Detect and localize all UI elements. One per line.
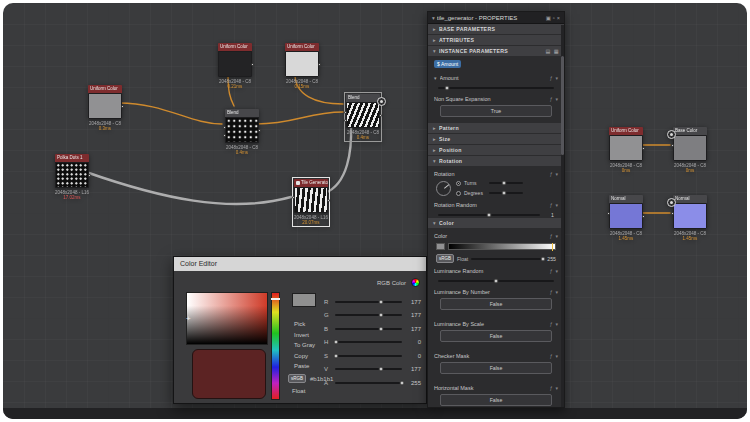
luminance-by-scale-toggle[interactable]: False [440, 330, 552, 342]
channel-row-r[interactable]: R 177 [324, 295, 421, 309]
input-pin[interactable] [223, 134, 226, 137]
wire[interactable] [256, 112, 343, 124]
node-uniform-color-1[interactable]: Uniform Color 2048x2048 - C8 0.3ms [88, 85, 122, 131]
channel-row-g[interactable]: G 177 [324, 309, 421, 323]
color-swatch[interactable] [436, 243, 445, 250]
srgb-toggle[interactable]: sRGB [288, 374, 306, 383]
param-menu-icon[interactable]: ▾ [555, 75, 558, 81]
node-normal-1[interactable]: Normal 2048x2048 - C8 1.45ms [609, 195, 643, 241]
luminance-by-number-toggle[interactable]: False [440, 298, 552, 310]
node-graph-canvas[interactable]: Uniform Color 2048x2048 - C8 0.3ms Unifo… [3, 3, 747, 419]
checker-mask-toggle[interactable]: False [440, 362, 552, 374]
section-attributes[interactable]: ▸ ATTRIBUTES [428, 35, 564, 45]
output-pin[interactable] [642, 147, 645, 150]
node-tile-generator[interactable]: Tile Generator 2048x2048 - L16 20.07ms [294, 179, 328, 225]
input-pin[interactable] [607, 212, 610, 215]
node-thumbnail[interactable] [55, 162, 89, 188]
invert-button[interactable]: Invert [294, 332, 315, 338]
section-size[interactable]: ▸ Size [428, 134, 564, 144]
radio-icon[interactable] [456, 191, 461, 196]
param-menu-icon[interactable]: ▾ [555, 321, 558, 327]
channel-value[interactable]: 177 [406, 366, 421, 372]
node-blend-1[interactable]: Blend 2048x2048 - C8 0.4ms [225, 109, 259, 155]
node-thumbnail[interactable] [88, 93, 122, 119]
rotation-dial[interactable] [436, 181, 451, 196]
radio-icon[interactable] [456, 181, 461, 186]
output-pin[interactable] [258, 129, 261, 132]
node-thumbnail[interactable] [609, 203, 643, 229]
channel-row-v[interactable]: V 177 [324, 363, 421, 377]
channel-row-s[interactable]: S 0 [324, 349, 421, 363]
node-output-basecolor[interactable]: Base Color 2048x2048 - C8 0ms [673, 127, 707, 173]
panel-titlebar[interactable]: ▾ tile_generator - PROPERTIES ▣ ▫ × [428, 12, 564, 24]
color-wheel-icon[interactable] [411, 278, 420, 287]
luminance-random-slider[interactable] [428, 278, 564, 284]
output-ring-icon[interactable] [377, 97, 386, 106]
node-thumbnail[interactable] [346, 102, 380, 128]
channel-value[interactable]: 0 [406, 353, 421, 359]
channel-value[interactable]: 177 [406, 326, 421, 332]
float-label[interactable]: Float [457, 256, 468, 262]
channel-value[interactable]: 177 [406, 312, 421, 318]
output-ring-icon[interactable] [667, 130, 676, 139]
scrollbar-thumb[interactable] [561, 56, 564, 155]
output-pin[interactable] [88, 174, 91, 177]
input-pin[interactable] [344, 119, 347, 122]
node-thumbnail[interactable] [673, 135, 707, 161]
node-thumbnail[interactable] [218, 51, 252, 77]
section-instance-parameters[interactable]: ▾ INSTANCE PARAMETERS ▤ ▦ [428, 46, 564, 56]
param-menu-icon[interactable]: ▾ [555, 171, 558, 177]
function-icon[interactable]: ƒ [550, 96, 553, 102]
pin-icon[interactable]: ▣ [546, 15, 551, 21]
output-pin[interactable] [318, 63, 321, 66]
paste-button[interactable]: Paste [294, 363, 315, 369]
wire[interactable] [119, 103, 222, 124]
node-blend-2[interactable]: Blend 2048x2048 - C8 0.4ms [346, 94, 380, 140]
node-thumbnail[interactable] [673, 203, 707, 229]
color-editor-titlebar[interactable]: Color Editor [174, 257, 426, 271]
close-icon[interactable]: × [557, 15, 560, 21]
channel-row-a[interactable]: A 255 [324, 376, 421, 390]
channel-row-h[interactable]: H 0 [324, 336, 421, 350]
dock-icon[interactable]: ▫ [553, 15, 555, 21]
function-icon[interactable]: ƒ [550, 75, 553, 81]
non-square-expansion-toggle[interactable]: True [440, 105, 552, 117]
node-thumbnail[interactable] [285, 51, 319, 77]
function-icon[interactable]: ƒ [550, 289, 553, 295]
turns-option[interactable]: Turns [456, 180, 556, 186]
node-polka-dots[interactable]: Polka Dots 1 2048x2048 - L16 17.02ms [55, 154, 89, 200]
node-uniform-color-3[interactable]: Uniform Color 2048x2048 - C8 0.15ms [285, 43, 319, 89]
node-output-normal[interactable]: Normal 2048x2048 - C8 1.45ms [673, 195, 707, 241]
section-rotation[interactable]: ▾ Rotation [428, 156, 564, 166]
output-pin[interactable] [121, 105, 124, 108]
param-menu-icon[interactable]: ▾ [555, 96, 558, 102]
saturation-value-picker[interactable]: + [186, 292, 268, 345]
degrees-option[interactable]: Degrees [456, 190, 556, 196]
input-pin[interactable] [671, 212, 674, 215]
hue-slider[interactable] [271, 292, 280, 400]
amount-slider[interactable] [428, 85, 564, 91]
function-icon[interactable]: ƒ [550, 233, 553, 239]
input-pin[interactable] [344, 111, 347, 114]
section-color[interactable]: ▾ Color [428, 218, 564, 228]
output-pin[interactable] [327, 199, 330, 202]
param-menu-icon[interactable]: ▾ [555, 353, 558, 359]
function-icon[interactable]: ƒ [550, 268, 553, 274]
chevron-down-icon[interactable]: ▾ [434, 75, 437, 81]
function-icon[interactable]: ƒ [550, 385, 553, 391]
input-pin[interactable] [292, 196, 295, 199]
float-toggle[interactable]: Float [292, 388, 305, 394]
node-thumbnail[interactable] [294, 187, 328, 213]
grid-view-icon[interactable]: ▤ [546, 48, 551, 54]
output-pin[interactable] [642, 215, 645, 218]
node-uniform-color-2[interactable]: Uniform Color 2048x2048 - C8 0.21ms [218, 43, 252, 89]
copy-button[interactable]: Copy [294, 353, 315, 359]
param-menu-icon[interactable]: ▾ [555, 289, 558, 295]
table-view-icon[interactable]: ▦ [554, 48, 559, 54]
input-pin[interactable] [223, 126, 226, 129]
output-pin[interactable] [379, 114, 382, 117]
function-icon[interactable]: ƒ [550, 171, 553, 177]
param-menu-icon[interactable]: ▾ [555, 233, 558, 239]
function-icon[interactable]: ƒ [550, 202, 553, 208]
section-base-parameters[interactable]: ▸ BASE PARAMETERS [428, 24, 564, 34]
